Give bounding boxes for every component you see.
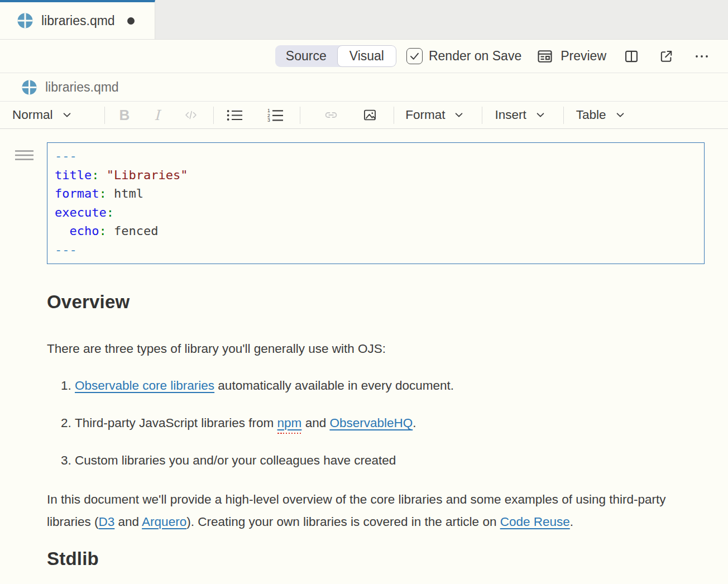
render-on-save-label: Render on Save [429,49,521,64]
doc-link[interactable]: Observable core libraries [75,379,214,392]
divider [563,107,564,124]
editor-mode-toggle: Source Visual [275,45,396,67]
bullet-list-button[interactable] [226,108,243,122]
divider [394,107,394,124]
image-button[interactable] [362,108,378,122]
unsaved-indicator-dot [127,17,135,25]
quarto-icon [17,12,33,29]
divider [482,107,482,124]
insert-menu-label: Insert [495,108,526,122]
chevron-down-icon [62,110,72,120]
split-view-icon [624,49,639,64]
italic-icon: I [154,107,160,123]
bullet-list-icon [226,108,243,122]
preview-button[interactable]: Preview [537,48,606,65]
doc-link[interactable]: D3 [99,515,115,529]
divider [300,107,300,124]
code-button[interactable] [183,108,199,122]
preview-label: Preview [561,49,606,64]
more-options-button[interactable] [693,50,710,63]
yaml-line: --- [55,241,697,260]
yaml-front-matter-block[interactable]: --- title: "Libraries" format: html exec… [47,142,705,264]
yaml-line: --- [55,147,697,166]
svg-text:3: 3 [267,117,270,123]
table-menu-label: Table [576,108,606,122]
insert-menu[interactable]: Insert [495,108,545,122]
source-mode-button[interactable]: Source [275,45,337,67]
paragraph-style-label: Normal [12,108,53,122]
render-on-save-checkbox[interactable] [406,48,423,64]
tab-libraries-qmd[interactable]: libraries.qmd [0,0,155,39]
visual-mode-button[interactable]: Visual [337,45,396,67]
image-icon [362,108,378,122]
closing-paragraph: In this document we'll provide a high-le… [47,489,689,533]
editor-toolbar: Source Visual Render on Save Preview [0,40,728,73]
document-body: --- title: "Libraries" format: html exec… [0,142,728,571]
format-toolbar: Normal B I 123 Format Insert Table [0,102,728,129]
doc-link[interactable]: ObservableHQ [329,416,413,430]
block-drag-handle-icon[interactable] [15,149,34,167]
table-menu[interactable]: Table [576,108,625,122]
breadcrumb-filename[interactable]: libraries.qmd [45,80,119,95]
paragraph-style-selector[interactable]: Normal [12,108,72,122]
ordered-list-icon: 123 [267,108,284,123]
italic-button[interactable]: I [154,107,160,123]
chevron-down-icon [615,110,625,120]
ordered-list-button[interactable]: 123 [267,108,284,123]
chevron-down-icon [535,110,545,120]
tab-title: libraries.qmd [41,13,115,28]
doc-link[interactable]: Arquero [142,515,186,529]
bold-icon: B [119,107,130,124]
yaml-line: title: "Libraries" [55,166,697,185]
tab-bar: libraries.qmd [0,0,728,40]
yaml-line: format: html [55,184,697,203]
section-heading-overview: Overview [47,290,705,314]
chevron-down-icon [454,110,464,120]
render-on-save-toggle[interactable]: Render on Save [406,48,521,64]
open-external-button[interactable] [659,49,674,64]
ellipsis-icon [693,50,710,63]
list-item: Observable core libraries automatically … [75,375,672,397]
external-link-icon [659,49,674,64]
list-item: Custom libraries you and/or your colleag… [75,449,672,472]
doc-link[interactable]: Code Reuse [500,515,570,529]
divider [213,107,214,124]
divider [104,107,105,124]
list-item: Third-party JavaScript libraries from np… [75,412,672,434]
breadcrumb: libraries.qmd [0,73,728,102]
split-editor-button[interactable] [624,49,639,64]
bold-button[interactable]: B [119,107,130,124]
preview-icon [537,48,553,65]
yaml-line: echo: fenced [55,222,697,241]
format-menu-label: Format [405,108,445,122]
quarto-icon [21,79,37,95]
link-icon [323,108,339,122]
section-heading-stdlib: Stdlib [47,547,705,571]
link-button[interactable] [323,108,339,122]
yaml-line: execute: [55,203,697,222]
code-icon [183,108,199,122]
library-types-list: Observable core libraries automatically … [47,375,672,472]
format-menu[interactable]: Format [405,108,464,122]
intro-paragraph: There are three types of library you'll … [47,338,695,360]
doc-link[interactable]: npm [277,416,302,430]
